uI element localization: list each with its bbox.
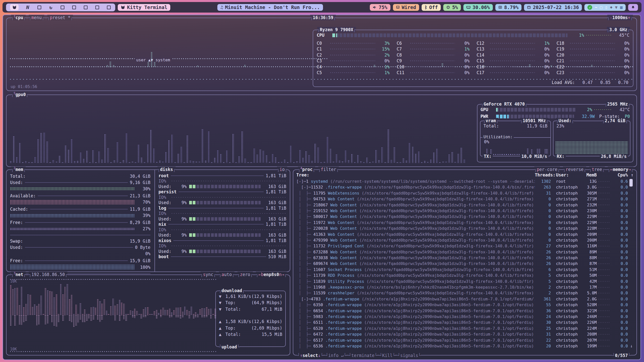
- workspace-1-cat-icon[interactable]: [10, 4, 19, 10]
- menu-button[interactable]: menu: [29, 15, 44, 20]
- process-row[interactable]: [-]─1 systemd (/run/current-system/syste…: [296, 178, 633, 184]
- select-control[interactable]: ↑ select ↓: [297, 353, 323, 358]
- workspace-6-square-icon[interactable]: [71, 4, 76, 10]
- workspace-2-nixos-icon[interactable]: N: [25, 4, 30, 10]
- cpu-core-box: Ryzen 9 7900X 3.0 GHz CPU 1% 45°C C03%C1…: [313, 30, 633, 87]
- user-column-header[interactable]: User:: [551, 172, 579, 177]
- disks-list: root1,81 TiBIO%Used:9%163 GiBpersist1,81…: [158, 173, 286, 269]
- zero-button[interactable]: zero: [237, 272, 253, 277]
- network-pill[interactable]: Wired: [393, 4, 419, 11]
- mem-column-header[interactable]: MemB: [579, 172, 597, 177]
- tree-column-header[interactable]: Tree:: [296, 172, 535, 177]
- grid-icon[interactable]: ▦: [620, 5, 623, 10]
- reverse-button[interactable]: reverse: [563, 167, 586, 172]
- process-row[interactable]: │ ├─ 6654 .ferdium-wrappe (/nix/store/a1…: [296, 308, 633, 314]
- cpu-pill[interactable]: 5%: [443, 4, 461, 11]
- vram-box: vram 10501 MHz Total:11,9 GiB Utilizatio…: [480, 121, 551, 156]
- workspace-9-square-icon[interactable]: [106, 4, 111, 10]
- core-row-C15: C150%: [476, 58, 549, 64]
- cpu-column-header[interactable]: Cpu%: [612, 172, 628, 177]
- kill-button[interactable]: Kill: [380, 353, 395, 358]
- process-row[interactable]: │ ├─ 11607 Socket Process (/nix/store/fq…: [296, 267, 633, 273]
- process-row[interactable]: │ ├─ 673038 Web Content (/nix/store/fqad…: [296, 255, 633, 261]
- process-row[interactable]: │ ├─ 673288 Web Content (/nix/store/fqad…: [296, 249, 633, 255]
- workspace-switcher[interactable]: N↻: [6, 4, 115, 11]
- process-row[interactable]: │ ├─ 5983 .ferdium-wrappe (/nix/store/a1…: [296, 314, 633, 320]
- tree-button[interactable]: tree: [589, 167, 605, 172]
- process-row[interactable]: │ ├─ 11795 WebExtensions (/nix/store/fqa…: [296, 190, 633, 196]
- threads-column-header[interactable]: Threads:: [535, 172, 551, 177]
- process-row[interactable]: │ ├─ 11839 Utility Process (/nix/store/f…: [296, 279, 633, 284]
- scroll-down-icon[interactable]: ↓: [630, 343, 633, 348]
- memory-pill[interactable]: 30.06%: [463, 4, 493, 11]
- update-interval-control[interactable]: - 1000ms +: [607, 15, 633, 20]
- workspace-3-square-icon[interactable]: [37, 4, 42, 10]
- process-row[interactable]: │ ├─ 11732 Privileged Cont (/nix/store/f…: [296, 243, 633, 249]
- process-row[interactable]: │ ├─ 11972 Web Content (/nix/store/fqadd…: [296, 220, 633, 225]
- preset-button[interactable]: preset *: [47, 15, 73, 20]
- terminate-button[interactable]: terminate: [349, 353, 377, 358]
- disk-used-row: Used:9%163 GiB: [158, 184, 286, 189]
- filter-button[interactable]: filter: [318, 167, 339, 172]
- bluetooth-icon: ᛒ: [425, 5, 427, 10]
- disk-nixos: nixos1,81 TiB: [158, 238, 286, 243]
- process-row[interactable]: │ ├─ 6517 .ferdium-wrappe (/nix/store/a1…: [296, 337, 633, 343]
- scroll-up-icon[interactable]: ↑: [628, 172, 633, 177]
- disk-pill[interactable]: 8.79%: [495, 4, 521, 11]
- process-row[interactable]: │ ├─ 6536 .ferdium-wrappe (/nix/store/a1…: [296, 343, 633, 349]
- process-row[interactable]: │ ├─ 479390 Web Content (/nix/store/fqad…: [296, 237, 633, 243]
- process-row[interactable]: [-]─4783 .ferdium-wrappe (/nix/store/a1p…: [296, 296, 633, 302]
- process-row[interactable]: │ ├─ 218067 Web Content (/nix/store/fqad…: [296, 202, 633, 208]
- process-row[interactable]: │ ├─ 6350 .ferdium-wrappe (/nix/store/a1…: [296, 302, 633, 308]
- volume-pill[interactable]: 75%: [370, 4, 390, 11]
- process-row[interactable]: │ ├─ 11739 RDD Process (/nix/store/fqadd…: [296, 273, 633, 278]
- disk-io-row: IO%: [158, 227, 286, 233]
- cpu-frequency: 3.0 GHz: [607, 27, 630, 32]
- square-icon[interactable]: ▢: [600, 5, 602, 10]
- process-row[interactable]: │ ├─ 220028 Web Content (/nix/store/fqad…: [296, 225, 633, 231]
- workspace-8-square-icon[interactable]: [95, 4, 100, 10]
- process-row[interactable]: │ ├─ 11539 crashhelper (/nix/store/fqadd…: [296, 290, 633, 296]
- key-icon[interactable]: ⌖: [610, 5, 613, 10]
- net-panel-title: 3net: [11, 272, 26, 277]
- clock-readout: 16:36:59: [310, 15, 336, 20]
- disk-io-row: IO%: [158, 243, 286, 249]
- wave-icon[interactable]: ~: [595, 5, 597, 10]
- process-row[interactable]: │ ├─ 219152 Web Content (/nix/store/fqad…: [296, 208, 633, 214]
- process-row[interactable]: │ ├─ 689674 Web Content (/nix/store/fqad…: [296, 261, 633, 266]
- process-row[interactable]: │ ├─ 41363 Web Content (/nix/store/fqadd…: [296, 232, 633, 237]
- bluetooth-pill[interactable]: ᛒ Off: [422, 4, 441, 11]
- process-row[interactable]: [-]─11532 .firefox-wrappe (/nix/store/fq…: [296, 184, 633, 190]
- per-core-button[interactable]: per-core: [534, 167, 560, 172]
- mem-panel-title: 2mem: [11, 167, 26, 172]
- funnel-icon[interactable]: ▼: [615, 5, 618, 10]
- process-row[interactable]: │ ├─ 6472 .ferdium-wrappe (/nix/store/a1…: [296, 331, 633, 337]
- system-tray[interactable]: ✓ ~ ▢ ▯ ⌖ ▼ ▦: [584, 4, 626, 11]
- interface-switcher[interactable]: ←b enp8s0 n→: [256, 272, 287, 277]
- process-row[interactable]: │ ├─ 6520 .ferdium-wrappe (/nix/store/a1…: [296, 326, 633, 331]
- notification-pill[interactable]: [628, 4, 638, 11]
- core-row-C3: C30%: [317, 58, 390, 64]
- core-row-C13: C130%: [476, 46, 549, 52]
- window-title-pill[interactable]: Kitty Terminal: [118, 4, 170, 11]
- process-row[interactable]: │ ├─ 11968 .keepassxc-prox (/nix/store/b…: [296, 284, 633, 290]
- info-button[interactable]: info ↵: [326, 353, 346, 358]
- phone-icon[interactable]: ▯: [605, 5, 608, 10]
- io-mode-button[interactable]: io: [277, 167, 287, 172]
- clock-pill[interactable]: 2025-07-22 16:36: [524, 4, 582, 11]
- signals-button[interactable]: signals: [397, 353, 421, 358]
- vram-title: vram: [483, 118, 498, 123]
- process-row[interactable]: │ ├─ 580017 Web Content (/nix/store/fqad…: [296, 214, 633, 219]
- sort-column-selector[interactable]: ← memory →: [608, 167, 633, 172]
- process-row[interactable]: │ ├─ 94753 Web Content (/nix/store/fqadd…: [296, 196, 633, 202]
- process-row[interactable]: │ ├─ 6511 .ferdium-wrappe (/nix/store/a1…: [296, 320, 633, 325]
- auto-button[interactable]: auto: [219, 272, 234, 277]
- workspace-7-square-icon[interactable]: [83, 4, 88, 10]
- scrollbar-thumb[interactable]: [629, 179, 633, 187]
- workspace-5-square-icon[interactable]: [60, 4, 65, 10]
- music-pill[interactable]: ♫ Minuit Machine - Don't Run Fro...: [217, 4, 323, 11]
- sync-button[interactable]: sync: [200, 272, 216, 277]
- gpu-panel: 5gpu0 GeForce RTX 4070 2565 MHz GPU 2% 4…: [6, 95, 637, 167]
- workspace-4-refresh-icon[interactable]: ↻: [48, 4, 53, 10]
- check-circle-icon[interactable]: ✓: [587, 5, 592, 10]
